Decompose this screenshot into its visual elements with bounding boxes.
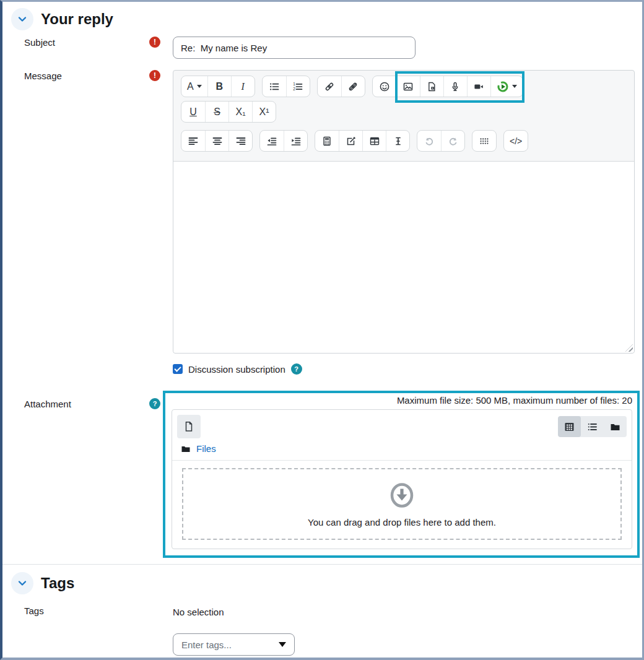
grid-view-icon [564, 421, 575, 433]
caret-down-icon [279, 642, 286, 647]
undo-button[interactable] [417, 131, 441, 151]
link-button[interactable] [318, 76, 341, 97]
link-group [317, 76, 365, 97]
align-group [181, 130, 253, 152]
your-reply-title: Your reply [41, 11, 113, 28]
list-view-button[interactable] [581, 416, 604, 437]
add-file-button[interactable] [177, 415, 201, 438]
text-cursor-icon [393, 136, 404, 147]
bullet-list-button[interactable] [263, 76, 286, 97]
required-icon [149, 70, 160, 81]
subscription-checkbox[interactable] [173, 364, 183, 374]
calculator-icon [321, 136, 333, 147]
editor-toolbar-row2: </> [173, 129, 634, 161]
file-dropzone[interactable]: You can drag and drop files here to add … [182, 468, 622, 540]
tags-input[interactable] [181, 640, 262, 650]
document-icon [183, 420, 195, 433]
insert-group [315, 130, 410, 152]
record-video-button[interactable] [467, 76, 490, 97]
folder-icon [609, 421, 621, 433]
align-left-button[interactable] [181, 131, 205, 151]
editor-toolbar-row1: A B I 12 [173, 71, 634, 129]
download-arrow-icon [388, 481, 416, 510]
bold-button[interactable]: B [207, 76, 231, 97]
superscript-button[interactable]: X¹ [252, 102, 276, 122]
tags-header: Tags [2, 565, 642, 594]
text-style-group: U S X₁ X¹ [181, 101, 276, 123]
outdent-icon [266, 136, 277, 147]
attachment-highlight-box: Maximum file size: 500 MB, maximum numbe… [163, 391, 640, 558]
media-document-icon [426, 81, 437, 92]
emoji-button[interactable] [373, 76, 396, 97]
font-style-button[interactable]: A [181, 76, 207, 97]
indent-button[interactable] [284, 131, 307, 151]
dots-grid-icon [479, 136, 490, 147]
clear-formatting-button[interactable] [386, 131, 409, 151]
message-textarea[interactable] [173, 161, 634, 353]
required-icon [149, 37, 160, 48]
subscript-button[interactable]: X₁ [228, 102, 252, 122]
align-left-icon [188, 136, 199, 147]
underline-button[interactable]: U [181, 102, 205, 122]
unlink-button[interactable] [341, 76, 365, 97]
chevron-down-icon [17, 14, 28, 25]
outdent-button[interactable] [260, 131, 284, 151]
help-icon[interactable] [291, 363, 302, 375]
insert-image-button[interactable] [396, 76, 420, 97]
list-view-icon [586, 421, 598, 433]
file-manager-toolbar [172, 410, 632, 442]
message-label: Message [24, 71, 62, 81]
code-icon: </> [510, 136, 522, 146]
accessibility-grid-button[interactable] [472, 131, 496, 151]
numbered-list-icon: 12 [292, 81, 303, 92]
image-icon [402, 81, 414, 92]
subject-input[interactable] [173, 37, 416, 59]
code-group: </> [503, 130, 528, 152]
align-center-icon [212, 136, 223, 147]
redo-button[interactable] [441, 131, 464, 151]
indent-group [259, 130, 308, 152]
strikethrough-button[interactable]: S [205, 102, 228, 122]
subscription-label: Discussion subscription [188, 364, 285, 375]
italic-button[interactable]: I [231, 76, 255, 97]
table-button[interactable] [362, 131, 386, 151]
tree-view-button[interactable] [604, 416, 627, 437]
format-group: A B I [181, 76, 255, 97]
indent-icon [290, 136, 302, 147]
edit-button[interactable] [339, 131, 362, 151]
screen-recording-button[interactable] [490, 76, 523, 97]
history-group [417, 130, 465, 152]
collapse-tags-button[interactable] [11, 572, 33, 594]
subject-row: Subject [2, 37, 642, 59]
collapse-your-reply-button[interactable] [11, 8, 33, 30]
align-right-button[interactable] [228, 131, 252, 151]
help-icon[interactable] [149, 398, 160, 409]
icon-view-button[interactable] [558, 416, 581, 437]
tags-combobox[interactable] [173, 633, 295, 656]
record-audio-button[interactable] [443, 76, 467, 97]
microphone-icon [450, 81, 461, 92]
dropzone-hint: You can drag and drop files here to add … [308, 517, 496, 528]
folder-icon [181, 444, 191, 454]
svg-text:1: 1 [293, 82, 295, 86]
svg-text:2: 2 [293, 87, 295, 91]
caret-down-icon [197, 85, 202, 88]
dropzone-wrapper: You can drag and drop files here to add … [172, 461, 632, 549]
equation-button[interactable] [315, 131, 339, 151]
insert-media-button[interactable] [420, 76, 443, 97]
undo-icon [424, 136, 435, 147]
numbered-list-button[interactable]: 12 [286, 76, 310, 97]
files-breadcrumb-link[interactable]: Files [196, 443, 216, 454]
tags-label: Tags [24, 606, 44, 616]
media-group [372, 76, 523, 97]
highlighted-media-buttons [396, 76, 523, 97]
attachment-row: Attachment Maximum file size: 500 MB, ma… [2, 391, 642, 558]
attachment-label: Attachment [24, 399, 71, 409]
resize-handle[interactable] [625, 344, 633, 352]
emoji-icon [379, 81, 390, 92]
html-source-button[interactable]: </> [504, 131, 528, 151]
video-camera-icon [473, 81, 484, 92]
tags-row: Tags No selection [2, 606, 642, 656]
list-group: 12 [262, 76, 310, 97]
align-center-button[interactable] [205, 131, 228, 151]
